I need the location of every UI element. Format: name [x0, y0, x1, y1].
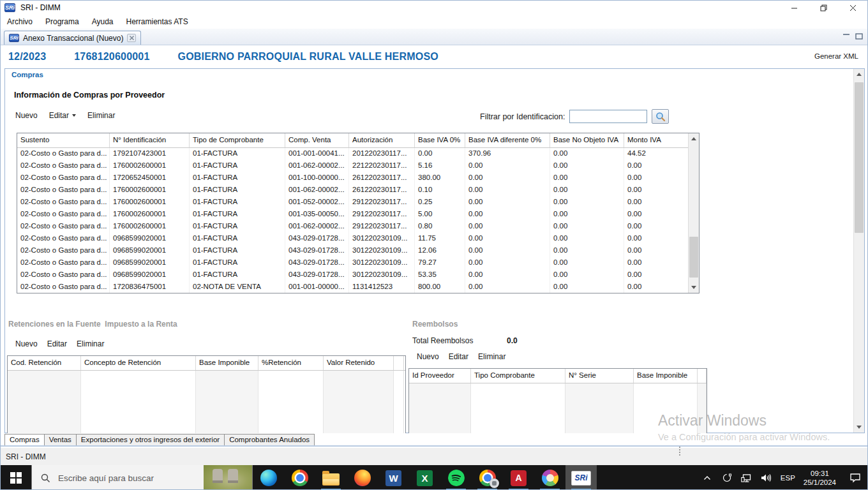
- paint-taskbar-icon[interactable]: [534, 465, 565, 490]
- tab-ventas[interactable]: Ventas: [45, 434, 77, 445]
- table-row[interactable]: 02-Costo o Gasto para d...17600026000010…: [17, 197, 688, 209]
- column-header[interactable]: Cod. Retención: [8, 356, 81, 370]
- column-header[interactable]: Valor Retenido: [324, 356, 394, 370]
- nuevo-button[interactable]: Nuevo: [15, 111, 38, 120]
- column-header[interactable]: Base Imponible: [196, 356, 258, 370]
- clock[interactable]: 09:31 25/1/2024: [804, 469, 836, 487]
- tab-comprobantes-anulados[interactable]: Comprobantes Anulados: [225, 434, 315, 445]
- column-header[interactable]: Concepto de Retención: [81, 356, 196, 370]
- table-cell: 02-Costo o Gasto para d...: [17, 172, 110, 184]
- editar-button[interactable]: Editar: [49, 111, 76, 120]
- panel-scrollbar[interactable]: [853, 69, 864, 433]
- table-cell: 01-FACTURA: [190, 209, 285, 221]
- panel-minimize-icon[interactable]: [842, 31, 850, 42]
- column-header[interactable]: Id Proveedor: [409, 369, 471, 383]
- reemb-nuevo-button[interactable]: Nuevo: [417, 352, 439, 361]
- taskbar-search[interactable]: Escribe aquí para buscar: [31, 465, 253, 490]
- sri-taskbar-icon[interactable]: SRi: [565, 465, 597, 490]
- menu-herramientas-ats[interactable]: Herramientas ATS: [120, 16, 195, 27]
- column-header[interactable]: [698, 369, 707, 383]
- language-indicator[interactable]: ESP: [781, 474, 795, 482]
- minimize-icon[interactable]: [779, 1, 809, 15]
- tab-exportaciones[interactable]: Exportaciones y otros ingresos del exter…: [77, 434, 225, 445]
- search-button[interactable]: [652, 109, 669, 124]
- system-tray: ESP 09:31 25/1/2024: [701, 465, 867, 490]
- column-header[interactable]: N° Serie: [565, 369, 634, 383]
- scroll-down-icon[interactable]: [689, 282, 699, 293]
- scroll-up-icon[interactable]: [689, 133, 699, 144]
- sync-tray-icon[interactable]: [721, 473, 733, 483]
- column-header[interactable]: Autorización: [349, 133, 415, 147]
- reemb-eliminar-button[interactable]: Eliminar: [478, 352, 505, 361]
- table-row[interactable]: 02-Costo o Gasto para d...09685990200010…: [17, 245, 688, 257]
- restore-icon[interactable]: [809, 1, 838, 15]
- column-header[interactable]: Monto IVA: [624, 133, 688, 147]
- table-row[interactable]: 02-Costo o Gasto para d...17600026000010…: [17, 209, 688, 221]
- column-header[interactable]: Sustento: [17, 133, 110, 147]
- search-highlight-image[interactable]: [204, 465, 252, 490]
- menu-programa[interactable]: Programa: [39, 16, 86, 27]
- excel-taskbar-icon[interactable]: X: [409, 465, 440, 490]
- column-header[interactable]: Tipo de Comprobante: [190, 133, 285, 147]
- table-cell: 0.00: [465, 257, 550, 269]
- table-row[interactable]: 02-Costo o Gasto para d...09685990200010…: [17, 269, 688, 281]
- table-row[interactable]: 02-Costo o Gasto para d...09685990200010…: [17, 257, 688, 269]
- word-taskbar-icon[interactable]: W: [378, 465, 409, 490]
- column-header[interactable]: Comp. Venta: [285, 133, 349, 147]
- menu-archivo[interactable]: Archivo: [1, 16, 39, 27]
- tab-label: Anexo Transaccional (Nuevo): [23, 34, 123, 43]
- acrobat-taskbar-icon[interactable]: A: [503, 465, 534, 490]
- windows-logo-icon: [10, 472, 22, 484]
- volume-icon[interactable]: [761, 473, 772, 482]
- generar-xml-link[interactable]: Generar XML: [814, 52, 858, 60]
- scrollbar-thumb[interactable]: [855, 82, 864, 233]
- hidden-icons-chevron-icon[interactable]: [701, 475, 713, 480]
- header-band: 12/2023 1768120600001 GOBIERNO PARROQUIA…: [1, 45, 867, 68]
- meet-taskbar-icon[interactable]: [472, 465, 503, 490]
- table-cell: 01-FACTURA: [190, 245, 285, 257]
- table-cell: 11.75: [415, 233, 465, 245]
- filter-input[interactable]: [569, 110, 647, 123]
- table-row[interactable]: 02-Costo o Gasto para d...17208364750010…: [17, 281, 688, 293]
- network-icon[interactable]: [741, 473, 752, 483]
- scroll-down-icon[interactable]: [854, 422, 864, 433]
- compras-table-scrollbar[interactable]: [688, 133, 699, 293]
- column-header[interactable]: [394, 356, 404, 370]
- table-cell: 001-062-00002...: [285, 221, 349, 233]
- close-icon[interactable]: [838, 1, 867, 15]
- column-header[interactable]: %Retención: [258, 356, 324, 370]
- ret-editar-button[interactable]: Editar: [47, 339, 67, 348]
- column-header[interactable]: Tipo Comprobante: [471, 369, 565, 383]
- column-header[interactable]: Base IVA 0%: [415, 133, 465, 147]
- tab-compras[interactable]: Compras: [4, 434, 45, 445]
- column-header[interactable]: Base Imponible: [634, 369, 698, 383]
- ruc-label: 1768120600001: [74, 51, 149, 63]
- menu-ayuda[interactable]: Ayuda: [86, 16, 120, 27]
- column-header[interactable]: N° Identificación: [110, 133, 190, 147]
- chrome-taskbar-icon[interactable]: [284, 465, 315, 490]
- edge-taskbar-icon[interactable]: [253, 465, 284, 490]
- ret-nuevo-button[interactable]: Nuevo: [15, 339, 38, 348]
- reemb-editar-button[interactable]: Editar: [449, 352, 468, 361]
- table-row[interactable]: 02-Costo o Gasto para d...17600026000010…: [17, 221, 688, 233]
- column-header[interactable]: Base No Objeto IVA: [550, 133, 624, 147]
- table-row[interactable]: 02-Costo o Gasto para d...17206524500010…: [17, 172, 688, 184]
- scroll-up-icon[interactable]: [854, 69, 864, 80]
- splitter-handle[interactable]: [679, 447, 680, 456]
- tab-close-icon[interactable]: [127, 34, 136, 42]
- table-row[interactable]: 02-Costo o Gasto para d...17921074230010…: [17, 148, 688, 160]
- folder-taskbar-icon[interactable]: [315, 465, 347, 490]
- firefox-taskbar-icon[interactable]: [347, 465, 378, 490]
- panel-maximize-icon[interactable]: [855, 31, 863, 42]
- column-header[interactable]: Base IVA diferente 0%: [465, 133, 550, 147]
- ret-eliminar-button[interactable]: Eliminar: [77, 339, 104, 348]
- table-row[interactable]: 02-Costo o Gasto para d...17600026000010…: [17, 160, 688, 172]
- action-center-icon[interactable]: [849, 473, 861, 483]
- table-row[interactable]: 02-Costo o Gasto para d...17600026000010…: [17, 184, 688, 197]
- eliminar-button[interactable]: Eliminar: [87, 111, 115, 120]
- tab-anexo-transaccional[interactable]: SRi Anexo Transaccional (Nuevo): [4, 31, 141, 45]
- table-row[interactable]: 02-Costo o Gasto para d...09685990200010…: [17, 233, 688, 245]
- start-button[interactable]: [1, 465, 31, 490]
- scrollbar-thumb[interactable]: [689, 237, 698, 278]
- spotify-taskbar-icon[interactable]: [440, 465, 472, 490]
